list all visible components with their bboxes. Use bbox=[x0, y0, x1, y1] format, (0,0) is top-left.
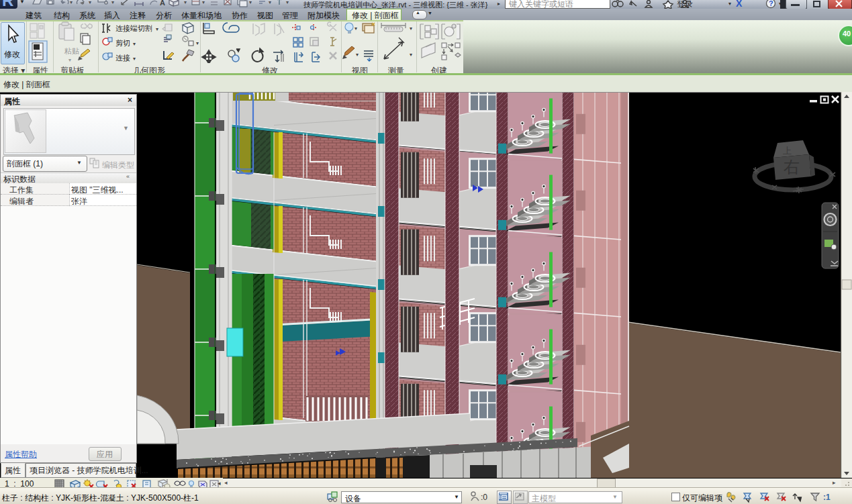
svg-text:▾: ▾ bbox=[156, 26, 158, 32]
svg-text:▾: ▾ bbox=[133, 41, 136, 47]
svg-text:▾: ▾ bbox=[133, 56, 136, 62]
svg-text:▾: ▾ bbox=[354, 26, 357, 32]
svg-text:粘贴: 粘贴 bbox=[64, 47, 79, 55]
svg-text:▾: ▾ bbox=[202, 0, 205, 5]
svg-text:连接: 连接 bbox=[115, 54, 130, 62]
svg-text:▾: ▾ bbox=[89, 0, 91, 5]
svg-text:▾: ▾ bbox=[70, 0, 73, 5]
svg-text:▾: ▾ bbox=[410, 26, 412, 32]
svg-text:▾: ▾ bbox=[269, 0, 271, 5]
svg-text:右: 右 bbox=[784, 158, 800, 176]
svg-text:?: ? bbox=[769, 0, 773, 7]
svg-text:▾: ▾ bbox=[356, 52, 359, 58]
svg-text:▾: ▾ bbox=[410, 52, 412, 58]
svg-text:▾: ▾ bbox=[196, 40, 199, 46]
svg-text:A: A bbox=[160, 0, 165, 7]
svg-text:▾: ▾ bbox=[184, 0, 187, 5]
svg-text:剪切: 剪切 bbox=[115, 39, 130, 47]
svg-text:▾: ▾ bbox=[286, 0, 289, 5]
svg-text:上: 上 bbox=[783, 146, 792, 156]
svg-text:▾: ▾ bbox=[68, 57, 71, 63]
svg-text:连接端切割: 连接端切割 bbox=[115, 24, 152, 32]
svg-text:▾: ▾ bbox=[249, 0, 252, 5]
svg-text:▾: ▾ bbox=[111, 0, 114, 5]
